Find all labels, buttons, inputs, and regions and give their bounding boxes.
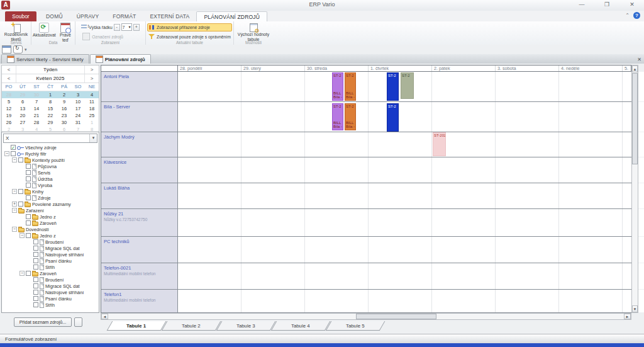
resource-label[interactable]: Telefon1Multimediální mobilní telefon: [101, 290, 178, 312]
board-tab-tabule-4[interactable]: Tabule 4: [271, 321, 331, 331]
day-cell[interactable]: [369, 290, 432, 312]
resource-label[interactable]: Lukáš Bláha: [101, 183, 178, 208]
day-cell[interactable]: [305, 209, 369, 236]
scroll-left-icon[interactable]: ◄: [101, 314, 108, 319]
checkbox[interactable]: [11, 151, 16, 156]
calendar-day[interactable]: 22: [43, 112, 57, 119]
show-assigned-resources-toggle[interactable]: Zobrazovat přiřazené zdroje: [147, 23, 232, 31]
expander-minus-icon[interactable]: −: [19, 271, 25, 276]
calendar-day[interactable]: 30: [30, 91, 43, 98]
collapse-ribbon-icon[interactable]: ⌃: [625, 13, 630, 18]
checkbox[interactable]: [18, 157, 23, 162]
maximize-button[interactable]: ❐: [600, 1, 614, 9]
vertical-scrollbar[interactable]: ▲ ▼: [631, 65, 638, 313]
form-view-icon[interactable]: [2, 45, 11, 54]
calendar-day[interactable]: 10: [71, 98, 85, 105]
calendar-day[interactable]: 9: [57, 98, 71, 105]
calendar-day[interactable]: 21: [30, 112, 43, 119]
board-tab-tabule-1[interactable]: Tabule 1: [107, 321, 167, 331]
resource-label[interactable]: Klávesnice: [101, 157, 178, 183]
day-cell[interactable]: [496, 102, 559, 132]
day-cell[interactable]: [432, 209, 496, 236]
checkbox[interactable]: [33, 252, 38, 257]
next-month-button[interactable]: >: [84, 74, 99, 82]
checkbox[interactable]: [33, 283, 38, 288]
day-cell[interactable]: [496, 263, 559, 289]
resource-label[interactable]: Telefon-0021Multimediální mobilní telefo…: [101, 263, 178, 289]
tree-item-migrace-sql-dat[interactable]: Migrace SQL dat: [3, 283, 97, 289]
tree-item-jedno-z[interactable]: Jedno z: [3, 213, 97, 220]
day-cell[interactable]: [369, 157, 432, 183]
event-block[interactable]: ST-2: [387, 72, 399, 101]
checkbox[interactable]: [26, 233, 31, 238]
day-cell[interactable]: [559, 290, 623, 312]
day-cell[interactable]: [496, 290, 559, 312]
day-cell[interactable]: [369, 183, 432, 208]
checkbox[interactable]: [26, 220, 31, 225]
tree-item-rychl-filtr[interactable]: −Rychlý filtr: [3, 151, 97, 157]
day-cell[interactable]: [559, 157, 623, 183]
calendar-day[interactable]: 4: [85, 91, 99, 98]
row-height-plus-button[interactable]: +: [133, 24, 140, 31]
tree-item-dr-ba[interactable]: Údržba: [3, 176, 97, 182]
row-height-value[interactable]: 7▾: [121, 23, 132, 31]
event-block[interactable]: ST-2BILLBíla -: [345, 72, 356, 101]
day-cell[interactable]: [432, 290, 496, 312]
scroll-down-icon[interactable]: ▼: [632, 305, 638, 312]
checkbox[interactable]: [26, 164, 31, 169]
checkbox[interactable]: [33, 296, 38, 301]
tree-item-v-roba[interactable]: Výroba: [3, 182, 97, 188]
tree-item-st-ih[interactable]: Střih: [3, 302, 97, 308]
calendar-day[interactable]: 27: [16, 119, 30, 126]
day-cell[interactable]: [432, 237, 496, 263]
day-cell[interactable]: [305, 157, 369, 183]
checkbox[interactable]: [33, 290, 38, 295]
tree-item-dovednosti[interactable]: −Dovednosti: [3, 226, 97, 232]
day-cell[interactable]: [369, 209, 432, 236]
add-resource-list-button[interactable]: Přidat seznam zdrojů...: [14, 317, 72, 327]
expander-minus-icon[interactable]: −: [12, 189, 17, 194]
day-cell[interactable]: [242, 237, 305, 263]
event-block[interactable]: ST-2: [401, 72, 414, 99]
tree-item-p-j-ovna[interactable]: Půjčovna: [3, 163, 97, 169]
day-cell[interactable]: [496, 237, 559, 263]
calendar-day[interactable]: 26: [2, 119, 16, 126]
close-document-icon[interactable]: ✕: [637, 57, 641, 62]
prev-month-button[interactable]: <: [2, 74, 16, 82]
filter-combo[interactable]: X ▾: [3, 134, 97, 143]
resource-label[interactable]: Bíla - Server: [101, 102, 178, 132]
calendar-day[interactable]: 30: [57, 119, 71, 126]
checkbox[interactable]: [26, 183, 31, 188]
day-cell[interactable]: [496, 157, 559, 183]
day-cell[interactable]: [242, 290, 305, 312]
chevron-down-icon[interactable]: ▾: [89, 134, 97, 142]
ribbon-tab-pravy[interactable]: ÚPRAVY: [70, 11, 106, 21]
calendar-day[interactable]: 8: [43, 98, 57, 105]
day-cell[interactable]: [369, 237, 432, 263]
day-cell[interactable]: [559, 237, 623, 263]
day-cell[interactable]: [559, 72, 623, 101]
day-cell[interactable]: [432, 263, 496, 289]
calendar-day[interactable]: 19: [2, 112, 16, 119]
calendar-day[interactable]: 6: [16, 98, 30, 105]
tree-item-povolen-z-znamy[interactable]: +Povolené záznamy: [3, 201, 97, 207]
tree-item-n-strojov-st-h-n[interactable]: Nástrojové stříhání: [3, 289, 97, 295]
calendar-day[interactable]: 29: [16, 91, 30, 98]
day-cell[interactable]: [559, 102, 623, 132]
calendar-day[interactable]: 5: [2, 98, 16, 105]
event-block[interactable]: ST-2BILLBíla -: [332, 72, 343, 101]
calendar-day[interactable]: 29: [43, 119, 57, 126]
calendar-day[interactable]: 1: [85, 119, 99, 126]
ticket-splitter-button[interactable]: Rozdělovník tiketů: [3, 22, 30, 42]
calendar-day[interactable]: 31: [71, 119, 85, 126]
checkbox[interactable]: [26, 176, 31, 181]
tree-item-z-rove[interactable]: Zároveň: [3, 220, 97, 226]
resource-label[interactable]: Jáchym Modrý: [101, 132, 178, 157]
calendar-day[interactable]: 15: [43, 105, 57, 112]
ribbon-tab-dom[interactable]: DOMŮ: [39, 11, 70, 21]
tree-item-brou-en[interactable]: Broušení: [3, 276, 97, 283]
horizontal-scroll-thumb[interactable]: [356, 314, 436, 319]
calendar-day[interactable]: 24: [71, 112, 85, 119]
close-button[interactable]: ✕: [625, 1, 639, 9]
day-cell[interactable]: [496, 72, 559, 101]
